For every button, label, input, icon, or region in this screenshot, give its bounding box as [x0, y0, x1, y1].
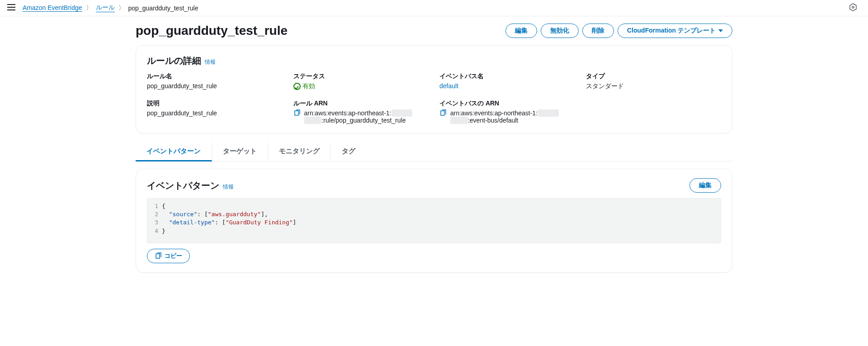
tab-tags[interactable]: タグ [331, 142, 366, 161]
chevron-right-icon: 〉 [118, 4, 125, 12]
svg-rect-2 [295, 111, 298, 115]
tab-targets[interactable]: ターゲット [212, 142, 268, 161]
breadcrumb-service[interactable]: Amazon EventBridge [23, 4, 82, 12]
cloudformation-template-button[interactable]: CloudFormation テンプレート [618, 24, 732, 38]
breadcrumb-current: pop_guardduty_test_rule [128, 5, 198, 12]
rule-name-value: pop_guardduty_test_rule [147, 82, 283, 90]
event-bus-arn-value: arn:aws:events:ap-northeast-1:0000000000… [450, 109, 559, 124]
copy-label: コピー [165, 252, 182, 260]
svg-rect-4 [156, 254, 160, 258]
event-bus-arn-label: イベントバスの ARN [439, 100, 575, 108]
breadcrumb-rules[interactable]: ルール [96, 4, 115, 12]
page-title: pop_guardduty_test_rule [136, 24, 288, 38]
info-link[interactable]: 情報 [223, 183, 234, 191]
edit-button[interactable]: 編集 [505, 24, 537, 38]
copy-icon[interactable] [439, 109, 447, 117]
rule-details-panel: ルールの詳細 情報 ルール名 pop_guardduty_test_rule ス… [136, 45, 732, 133]
chevron-down-icon [718, 29, 723, 32]
cloudformation-template-label: CloudFormation テンプレート [627, 27, 716, 35]
status-label: ステータス [293, 72, 429, 81]
description-value: pop_guardduty_test_rule [147, 109, 283, 117]
rule-name-label: ルール名 [147, 72, 283, 81]
event-pattern-code: 1{2 "source": ["aws.guardduty"],3 "detai… [147, 198, 721, 243]
settings-icon[interactable] [849, 3, 857, 13]
svg-point-1 [852, 6, 854, 8]
description-label: 説明 [147, 100, 283, 108]
type-label: タイプ [586, 72, 722, 81]
event-pattern-title: イベントパターン [147, 180, 219, 192]
disable-button[interactable]: 無効化 [541, 24, 579, 38]
tab-monitoring[interactable]: モニタリング [268, 142, 331, 161]
status-value: 有効 [302, 82, 315, 90]
svg-marker-0 [850, 4, 856, 11]
copy-icon[interactable] [293, 109, 301, 117]
status-ok-icon [293, 83, 301, 90]
chevron-right-icon: 〉 [86, 4, 92, 12]
event-bus-name-label: イベントバス名 [439, 72, 575, 81]
tab-event-pattern[interactable]: イベントパターン [136, 142, 212, 161]
info-link[interactable]: 情報 [205, 58, 216, 66]
rule-arn-value: arn:aws:events:ap-northeast-1:0000000000… [304, 109, 413, 124]
event-pattern-panel: イベントパターン 情報 編集 1{2 "source": ["aws.guard… [136, 169, 732, 273]
rule-arn-label: ルール ARN [293, 100, 429, 108]
event-bus-name-value[interactable]: default [439, 82, 575, 90]
menu-icon[interactable] [7, 4, 15, 12]
svg-rect-3 [441, 111, 444, 115]
rule-details-title: ルールの詳細 [147, 55, 201, 67]
delete-button[interactable]: 削除 [582, 24, 614, 38]
copy-button[interactable]: コピー [147, 249, 190, 263]
edit-pattern-button[interactable]: 編集 [689, 178, 721, 193]
type-value: スタンダード [586, 82, 722, 90]
tabs: イベントパターン ターゲット モニタリング タグ [136, 142, 732, 161]
breadcrumb: Amazon EventBridge 〉 ルール 〉 pop_guardduty… [23, 4, 198, 12]
